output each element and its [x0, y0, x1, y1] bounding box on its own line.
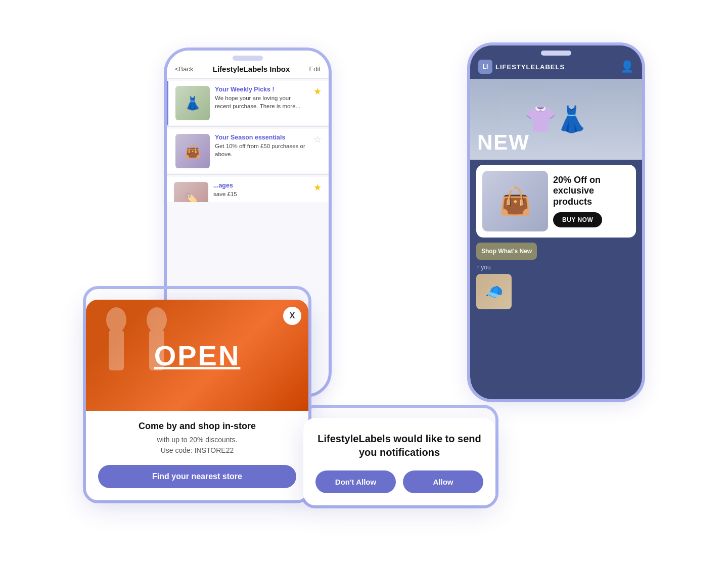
shop-logo-text: LIFESTYLELABELS [495, 63, 565, 71]
inbox-item-3-content: ...ages save £15 [213, 182, 308, 198]
scene: <Back LifestyleLabels Inbox Edit 👗 Your … [86, 35, 642, 531]
shop-banner-new-label: NEW [477, 130, 530, 155]
svg-point-0 [106, 307, 126, 333]
shop-logo-icon: LI [478, 60, 492, 74]
inbox-item-2-image: 👜 [175, 134, 210, 168]
inbox-item-3-body: save £15 [213, 190, 308, 198]
inbox-item-1-body: We hope your are loving your recent purc… [215, 94, 308, 110]
inbox-edit-button[interactable]: Edit [309, 65, 321, 73]
inbox-item-1-content: Your Weekly Picks ! We hope your are lov… [215, 86, 308, 110]
shop-whats-new-button[interactable]: Shop What's New [476, 243, 537, 260]
inbox-divider-3 [167, 174, 329, 175]
inbox-item-1-image: 👗 [175, 86, 210, 120]
shop-promo-card: 👜 20% Off on exclusive products BUY NOW [476, 165, 636, 238]
inbox-item-2-star[interactable]: ☆ [313, 134, 322, 145]
inbox-item-3-subject: ...ages [213, 182, 308, 189]
svg-rect-1 [109, 330, 124, 370]
shop-product-thumb-1[interactable]: 🧢 [476, 274, 512, 309]
inbox-item-1-star[interactable]: ★ [313, 86, 322, 97]
shop-for-you-label: r you [470, 264, 642, 274]
instore-image: OPEN X [86, 300, 308, 411]
inbox-divider-2 [167, 126, 329, 127]
notification-allow-button[interactable]: Allow [403, 470, 483, 493]
inbox-notch [233, 56, 263, 61]
instore-find-store-button[interactable]: Find your nearest store [98, 465, 296, 488]
inbox-item-2-content: Your Season essentials Get 10% off from … [215, 134, 308, 158]
inbox-divider [167, 78, 329, 79]
shop-logo: LI LIFESTYLELABELS [478, 60, 565, 74]
inbox-item-2-subject: Your Season essentials [215, 134, 308, 141]
inbox-item-3-partial[interactable]: 🏷️ ...ages save £15 ★ [167, 177, 329, 202]
notification-buttons: Don't Allow Allow [315, 470, 483, 493]
shop-promo-title: 20% Off on exclusive products [553, 175, 630, 208]
notification-dialog: LifestyleLabels would like to send you n… [303, 418, 495, 505]
svg-point-2 [147, 307, 167, 333]
inbox-item-3-image: 🏷️ [174, 182, 208, 202]
instore-popup: OPEN X Come by and shop in-store with up… [86, 300, 308, 500]
instore-sub: with up to 20% discounts.Use code: INSTO… [98, 435, 296, 456]
notification-deny-button[interactable]: Don't Allow [315, 470, 396, 493]
shop-notch [541, 51, 571, 56]
shop-promo-text: 20% Off on exclusive products BUY NOW [553, 175, 630, 228]
inbox-back-button[interactable]: <Back [175, 65, 194, 73]
instore-headline: Come by and shop in-store [98, 421, 296, 432]
shop-profile-icon[interactable]: 👤 [620, 60, 634, 73]
instore-close-button[interactable]: X [283, 307, 301, 325]
shop-buy-now-button[interactable]: BUY NOW [553, 212, 602, 227]
shop-promo-bag-image: 👜 [482, 171, 548, 231]
inbox-item-1-subject: Your Weekly Picks ! [215, 86, 308, 93]
shop-phone: LI LIFESTYLELABELS 👤 👚👗 NEW 👜 20% Off on… [470, 45, 642, 399]
inbox-item-1[interactable]: 👗 Your Weekly Picks ! We hope your are l… [167, 81, 329, 125]
shop-product-row: 🧢 [470, 274, 642, 309]
inbox-item-2[interactable]: 👜 Your Season essentials Get 10% off fro… [167, 129, 329, 173]
inbox-header: <Back LifestyleLabels Inbox Edit [167, 51, 329, 78]
inbox-item-3-star[interactable]: ★ [313, 182, 322, 193]
shop-banner: 👚👗 NEW [470, 79, 642, 160]
instore-open-label: OPEN [154, 339, 241, 372]
instore-content: Come by and shop in-store with up to 20%… [86, 411, 308, 500]
inbox-item-2-body: Get 10% off from £50 purchases or above. [215, 142, 308, 158]
notification-title: LifestyleLabels would like to send you n… [315, 432, 483, 459]
inbox-title: LifestyleLabels Inbox [213, 65, 290, 73]
